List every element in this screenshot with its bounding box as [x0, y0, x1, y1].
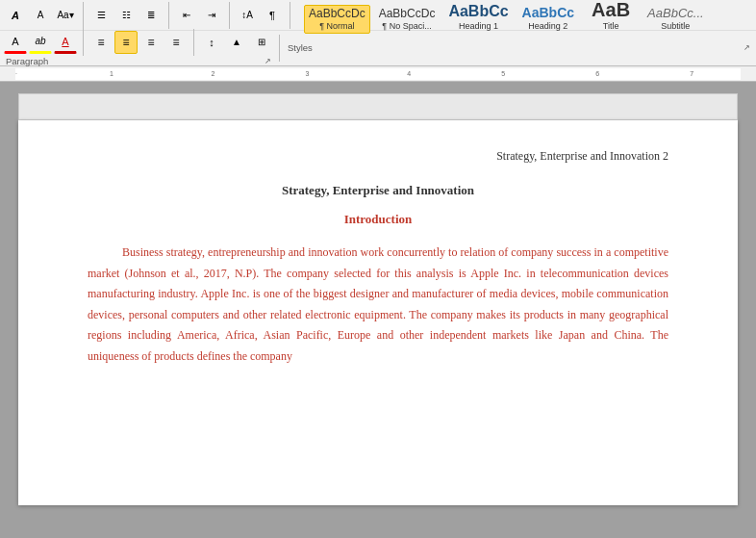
show-para-btn[interactable]: ¶ [261, 4, 284, 27]
style-no-spacing[interactable]: AaBbCcDc ¶ No Spaci... [374, 5, 441, 34]
style-heading1[interactable]: AaBbCc Heading 1 [443, 1, 513, 34]
divider6 [193, 29, 194, 56]
indent-group: ⇤ ⇥ [175, 4, 223, 27]
ruler-tick-4: 4 [407, 70, 411, 77]
style-heading2-preview: AaBbCc [522, 6, 574, 19]
style-no-spacing-label: ¶ No Spaci... [382, 21, 431, 31]
multilevel-list-btn[interactable]: ≣ [139, 4, 163, 27]
style-title[interactable]: AaB Title [583, 0, 639, 34]
numbering-btn[interactable]: ☷ [114, 4, 138, 27]
page-title: Strategy, Enterprise and Innovation [88, 183, 668, 198]
font-color2-btn[interactable]: A [54, 31, 77, 54]
document-area: Strategy, Enterprise and Innovation 2 St… [0, 82, 756, 538]
body-text-content: Business strategy, entrepreneurship and … [88, 245, 668, 363]
style-normal-preview: AaBbCcDc [309, 8, 365, 19]
divider7 [279, 35, 280, 62]
divider2 [168, 2, 169, 29]
styles-group-container: Styles ↗ [286, 42, 752, 55]
ruler-inner: · 1 2 3 4 5 6 7 [15, 68, 741, 80]
highlight-btn[interactable]: ab [29, 31, 52, 54]
style-subtitle[interactable]: AaBbCc... Subtitle [643, 4, 709, 34]
styles-label-row: Styles ↗ [286, 42, 752, 55]
styles-expand-icon[interactable]: ↗ [743, 43, 750, 52]
font-size-btn[interactable]: A [29, 4, 52, 27]
paragraph-section-label: Paragraph [6, 56, 48, 66]
toolbar-row1: A A Aa▾ ☰ ☷ ≣ ⇤ ⇥ ↕A ¶ AaBbCcDc ¶ Normal [0, 0, 756, 31]
style-subtitle-preview: AaBbCc... [647, 7, 704, 19]
section-heading: Introduction [88, 212, 668, 227]
font-style-btn[interactable]: A [4, 4, 27, 27]
list-group: ☰ ☷ ≣ [89, 4, 163, 27]
ruler-tick-6: 6 [595, 70, 599, 77]
style-heading2-label: Heading 2 [528, 21, 567, 31]
style-normal-label: ¶ Normal [319, 21, 354, 31]
style-heading2[interactable]: AaBbCc Heading 2 [517, 3, 579, 34]
paragraph-buttons: A ab A ≡ ≡ ≡ ≡ ↕ ▲ ⊞ [4, 29, 273, 56]
toolbar: A A Aa▾ ☰ ☷ ≣ ⇤ ⇥ ↕A ¶ AaBbCcDc ¶ Normal [0, 0, 756, 66]
style-heading1-preview: AaBbCc [448, 4, 508, 19]
ruler-tick-5: 5 [501, 70, 505, 77]
font-case-btn[interactable]: Aa▾ [54, 4, 77, 27]
style-title-preview: AaB [592, 0, 630, 19]
body-text[interactable]: Business strategy, entrepreneurship and … [88, 243, 668, 368]
sort-btn[interactable]: ↕A [236, 4, 259, 27]
borders-btn[interactable]: ⊞ [250, 31, 273, 54]
styles-section: AaBbCcDc ¶ Normal AaBbCcDc ¶ No Spaci...… [296, 0, 717, 34]
divider1 [83, 2, 84, 29]
divider3 [229, 2, 230, 29]
styles-section-label: Styles [288, 42, 313, 53]
bullets-btn[interactable]: ☰ [89, 4, 113, 27]
body-text-red1: Business strategy, entrepreneurship and … [88, 245, 668, 363]
align-right-btn[interactable]: ≡ [139, 31, 163, 54]
ruler-tick-3: 3 [306, 70, 310, 77]
line-spacing-btn[interactable]: ↕ [200, 31, 223, 54]
align-center-btn[interactable]: ≡ [114, 31, 138, 54]
ruler-tick-1: 1 [110, 70, 113, 77]
style-no-spacing-preview: AaBbCcDc [379, 8, 436, 19]
divider4 [290, 2, 290, 29]
font-group: A A Aa▾ [4, 4, 77, 27]
page-header: Strategy, Enterprise and Innovation 2 [88, 149, 668, 164]
ruler: · 1 2 3 4 5 6 7 [0, 66, 756, 82]
indent-increase-btn[interactable]: ⇥ [200, 4, 223, 27]
header-strip [18, 93, 738, 120]
paragraph-group: A ab A ≡ ≡ ≡ ≡ ↕ ▲ ⊞ Paragraph ↗ [4, 29, 273, 68]
divider5 [83, 29, 84, 56]
paragraph-expand-icon[interactable]: ↗ [265, 57, 271, 65]
align-left-btn[interactable]: ≡ [89, 31, 113, 54]
indent-decrease-btn[interactable]: ⇤ [175, 4, 198, 27]
style-heading1-label: Heading 1 [459, 21, 498, 31]
sort-group: ↕A ¶ [236, 4, 284, 27]
toolbar-row2: A ab A ≡ ≡ ≡ ≡ ↕ ▲ ⊞ Paragraph ↗ [0, 31, 756, 65]
page[interactable]: Strategy, Enterprise and Innovation 2 St… [18, 120, 738, 505]
ruler-tick-0: · [15, 70, 17, 77]
font-color-btn[interactable]: A [4, 31, 27, 54]
style-subtitle-label: Subtitle [661, 21, 690, 31]
ruler-tick-2: 2 [212, 70, 215, 77]
style-normal[interactable]: AaBbCcDc ¶ Normal [304, 5, 370, 34]
ruler-tick-7: 7 [690, 70, 693, 77]
align-justify-btn[interactable]: ≡ [164, 31, 188, 54]
style-title-label: Title [603, 21, 619, 31]
shading-btn[interactable]: ▲ [225, 31, 248, 54]
